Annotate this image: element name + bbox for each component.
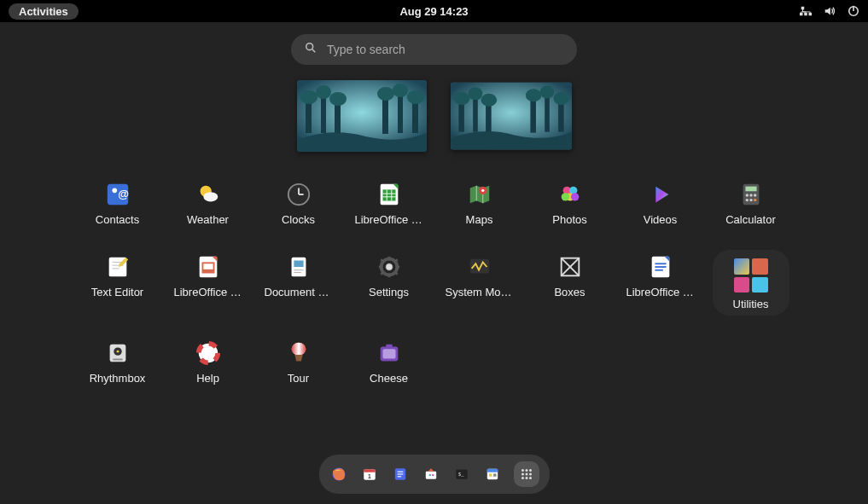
app-label: Clocks bbox=[282, 213, 315, 226]
svg-rect-3 bbox=[809, 13, 813, 16]
cheese-icon bbox=[376, 339, 403, 367]
system-monitor-icon bbox=[466, 253, 493, 281]
svg-rect-2 bbox=[804, 13, 807, 16]
svg-point-64 bbox=[745, 199, 748, 201]
svg-point-20 bbox=[393, 84, 408, 97]
app-calculator[interactable]: Calculator bbox=[713, 177, 789, 229]
app-label: LibreOffice Impress bbox=[174, 286, 242, 298]
svg-point-88 bbox=[386, 264, 393, 270]
dash-show-apps[interactable] bbox=[514, 461, 539, 487]
svg-rect-110 bbox=[364, 469, 376, 472]
svg-rect-45 bbox=[382, 189, 395, 200]
app-label: Settings bbox=[369, 286, 409, 298]
svg-point-117 bbox=[428, 474, 430, 476]
svg-rect-60 bbox=[745, 187, 756, 192]
app-weather[interactable]: Weather bbox=[170, 177, 247, 229]
app-libreoffice-calc[interactable]: LibreOffice Calc bbox=[351, 177, 428, 229]
calculator-icon bbox=[737, 181, 765, 208]
svg-rect-100 bbox=[113, 359, 122, 361]
svg-point-19 bbox=[377, 87, 394, 101]
writer-icon bbox=[647, 253, 674, 281]
svg-point-99 bbox=[116, 350, 119, 353]
app-videos[interactable]: Videos bbox=[622, 177, 699, 229]
dash-files[interactable] bbox=[483, 465, 502, 484]
svg-rect-75 bbox=[294, 261, 303, 268]
svg-point-35 bbox=[553, 92, 569, 105]
svg-point-131 bbox=[521, 477, 524, 479]
workspace-2[interactable] bbox=[451, 82, 572, 150]
svg-rect-73 bbox=[203, 264, 213, 269]
settings-icon bbox=[376, 253, 403, 281]
app-cheese[interactable]: Cheese bbox=[351, 336, 428, 388]
network-icon[interactable] bbox=[800, 5, 812, 17]
app-document-viewer[interactable]: Document Viewer bbox=[260, 250, 337, 316]
dash: 1 $_ bbox=[319, 455, 550, 494]
app-label: Tour bbox=[288, 372, 309, 385]
svg-point-51 bbox=[481, 189, 484, 192]
svg-marker-58 bbox=[655, 187, 668, 203]
app-system-monitor[interactable]: System Monitor bbox=[441, 250, 518, 316]
text-editor-icon bbox=[104, 253, 131, 281]
svg-point-56 bbox=[561, 193, 568, 200]
svg-point-132 bbox=[525, 477, 527, 479]
app-boxes[interactable]: Boxes bbox=[532, 250, 609, 316]
videos-icon bbox=[647, 181, 674, 208]
svg-rect-106 bbox=[382, 349, 395, 358]
workspace-1[interactable] bbox=[297, 80, 427, 152]
clock[interactable]: Aug 29 14:23 bbox=[399, 5, 468, 18]
svg-point-6 bbox=[306, 43, 313, 50]
svg-point-128 bbox=[521, 473, 524, 476]
app-label: Videos bbox=[644, 213, 678, 226]
tour-icon bbox=[285, 339, 312, 367]
volume-icon[interactable] bbox=[824, 5, 836, 17]
app-photos[interactable]: Photos bbox=[532, 177, 609, 229]
app-grid: @ Contacts Weather Clocks LibreOffice Ca… bbox=[0, 177, 868, 388]
svg-point-18 bbox=[329, 92, 347, 106]
search-bar[interactable] bbox=[291, 34, 577, 65]
app-label: Help bbox=[196, 372, 219, 385]
app-rhythmbox[interactable]: Rhythmbox bbox=[79, 336, 156, 388]
svg-rect-124 bbox=[493, 473, 496, 476]
search-input[interactable] bbox=[327, 43, 563, 56]
svg-point-127 bbox=[529, 469, 532, 472]
svg-text:@: @ bbox=[118, 188, 129, 200]
svg-point-34 bbox=[539, 86, 554, 99]
svg-point-129 bbox=[525, 473, 527, 476]
system-tray[interactable] bbox=[800, 5, 859, 17]
dash-terminal[interactable]: $_ bbox=[452, 465, 471, 484]
svg-point-65 bbox=[749, 199, 752, 201]
dash-firefox[interactable] bbox=[329, 465, 348, 484]
app-libreoffice-writer[interactable]: LibreOffice Writer bbox=[622, 250, 699, 316]
app-label: LibreOffice Writer bbox=[626, 286, 695, 298]
app-folder-utilities[interactable]: Utilities bbox=[713, 250, 789, 316]
power-icon[interactable] bbox=[848, 5, 859, 17]
activities-button[interactable]: Activities bbox=[9, 3, 79, 20]
app-label: LibreOffice Calc bbox=[355, 213, 423, 226]
svg-point-30 bbox=[453, 92, 469, 105]
dash-software[interactable] bbox=[422, 465, 440, 484]
search-icon bbox=[305, 42, 317, 57]
svg-point-61 bbox=[745, 194, 748, 196]
svg-text:$_: $_ bbox=[458, 472, 464, 477]
svg-text:1: 1 bbox=[368, 473, 371, 479]
app-libreoffice-impress[interactable]: LibreOffice Impress bbox=[170, 250, 247, 316]
svg-point-21 bbox=[407, 90, 424, 104]
app-contacts[interactable]: @ Contacts bbox=[79, 177, 156, 229]
svg-point-125 bbox=[521, 469, 524, 472]
calc-icon bbox=[376, 181, 403, 208]
svg-point-37 bbox=[112, 188, 117, 194]
app-label: System Monitor bbox=[446, 286, 514, 298]
app-label: Weather bbox=[187, 213, 229, 226]
app-label: Maps bbox=[466, 213, 493, 226]
dash-todo[interactable] bbox=[391, 465, 410, 484]
app-tour[interactable]: Tour bbox=[260, 336, 337, 388]
app-text-editor[interactable]: Text Editor bbox=[79, 250, 156, 316]
dash-calendar[interactable]: 1 bbox=[360, 465, 379, 484]
app-settings[interactable]: Settings bbox=[351, 250, 428, 316]
app-clocks[interactable]: Clocks bbox=[260, 177, 337, 229]
maps-icon bbox=[466, 181, 493, 208]
app-maps[interactable]: Maps bbox=[441, 177, 518, 229]
svg-point-118 bbox=[432, 474, 434, 476]
app-help[interactable]: Help bbox=[170, 336, 247, 388]
clocks-icon bbox=[285, 181, 312, 208]
